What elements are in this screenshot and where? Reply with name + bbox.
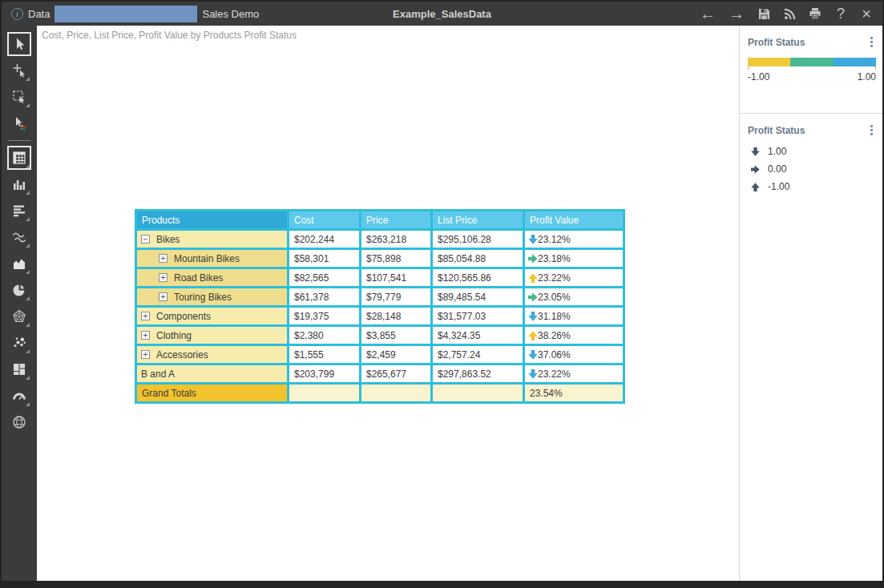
legend-item-label: -1.00	[768, 181, 789, 192]
price-cell[interactable]: $265,677	[361, 365, 430, 382]
area-chart-tool[interactable]	[7, 252, 31, 276]
grand-total-cell[interactable]	[433, 385, 523, 401]
price-cell[interactable]: $2,459	[361, 346, 430, 363]
scatter-chart-tool[interactable]	[7, 331, 31, 355]
profit-value-label: 23.18%	[538, 253, 571, 264]
legend-segment-2	[834, 58, 876, 66]
pivot-grid-tool[interactable]	[7, 146, 31, 170]
cost-cell[interactable]: $61,378	[289, 288, 359, 305]
map-tool[interactable]	[7, 410, 31, 434]
redacted-text	[54, 6, 197, 22]
expand-toggle-icon[interactable]: +	[159, 254, 168, 263]
price-cell[interactable]: $263,218	[361, 231, 430, 248]
treemap-tool[interactable]	[7, 357, 31, 381]
price-cell[interactable]: $79,779	[361, 288, 430, 305]
profit-value-cell[interactable]: 23.18%	[525, 250, 623, 267]
list-price-cell[interactable]: $2,757.24	[433, 346, 523, 363]
grand-total-cell[interactable]	[361, 385, 430, 401]
list-price-cell[interactable]: $4,324.35	[433, 327, 523, 344]
row-header[interactable]: −Bikes	[137, 231, 287, 248]
highlight-select-tool[interactable]	[7, 111, 31, 135]
gauge-tool[interactable]	[7, 384, 31, 408]
feed-icon[interactable]	[783, 8, 796, 20]
list-price-cell[interactable]: $120,565.86	[433, 269, 523, 286]
profit-value-cell[interactable]: 38.26%	[525, 327, 623, 344]
product-label: Components	[156, 311, 211, 322]
cost-cell[interactable]: $82,565	[289, 269, 359, 286]
window-footer	[2, 581, 882, 586]
trend-down-arrow-icon	[528, 235, 538, 244]
profit-value-cell[interactable]: 23.12%	[525, 231, 623, 248]
profit-value-cell[interactable]: 23.05%	[525, 288, 623, 305]
row-header[interactable]: +Accessories	[137, 346, 287, 363]
expand-toggle-icon[interactable]: +	[159, 292, 168, 301]
help-icon[interactable]: ?	[834, 6, 847, 21]
cost-cell[interactable]: $2,380	[289, 327, 359, 344]
close-icon[interactable]: ×	[860, 6, 873, 22]
column-header[interactable]: Profit Value	[525, 211, 623, 228]
price-cell[interactable]: $3,855	[361, 327, 430, 344]
save-icon[interactable]	[757, 8, 770, 20]
forward-icon[interactable]: →	[729, 6, 745, 22]
pie-chart-tool[interactable]	[7, 278, 31, 302]
cost-cell[interactable]: $1,555	[289, 346, 359, 363]
back-icon[interactable]: ←	[700, 6, 716, 22]
select-tool[interactable]	[7, 32, 31, 56]
app-window: i Data Sales Demo Example_SalesData ← → …	[0, 0, 884, 588]
expand-toggle-icon[interactable]: +	[141, 331, 150, 340]
list-price-cell[interactable]: $297,863.52	[433, 365, 523, 382]
row-header[interactable]: B and A	[137, 365, 287, 382]
column-header[interactable]: Price	[361, 211, 430, 228]
column-header[interactable]: List Price	[433, 211, 523, 228]
marquee-select-tool[interactable]	[7, 85, 31, 109]
column-header[interactable]: Products	[137, 211, 287, 228]
profit-value-label: 31.18%	[538, 311, 571, 322]
horizontal-bar-chart-icon	[11, 203, 27, 219]
cost-cell[interactable]: $203,799	[289, 365, 359, 382]
legend-segment-1	[790, 58, 833, 66]
grand-total-header[interactable]: Grand Totals	[137, 385, 287, 401]
trend-down-arrow-icon	[528, 312, 538, 321]
kebab-menu-icon[interactable]	[867, 35, 876, 49]
profit-value-label: 23.22%	[538, 272, 571, 284]
bar-chart-tool[interactable]	[7, 172, 31, 196]
cost-cell[interactable]: $202,244	[289, 231, 359, 248]
collapse-toggle-icon[interactable]: −	[141, 235, 150, 244]
flyout-corner-icon	[26, 296, 30, 300]
profit-value-cell[interactable]: 23.22%	[525, 365, 623, 382]
cost-cell[interactable]: $58,301	[289, 250, 359, 267]
radar-chart-tool[interactable]	[7, 304, 31, 328]
column-header[interactable]: Cost	[289, 211, 359, 228]
list-price-cell[interactable]: $89,485.54	[433, 288, 523, 305]
list-price-cell[interactable]: $85,054.88	[433, 250, 523, 267]
radar-chart-icon	[11, 308, 27, 324]
row-header[interactable]: +Mountain Bikes	[137, 250, 287, 267]
price-cell[interactable]: $107,541	[361, 269, 430, 286]
kebab-menu-icon[interactable]	[867, 123, 876, 137]
row-header[interactable]: +Clothing	[137, 327, 287, 344]
list-price-cell[interactable]: $31,577.03	[433, 308, 523, 324]
grand-total-profit-cell[interactable]: 23.54%	[525, 385, 623, 401]
profit-value-cell[interactable]: 37.06%	[525, 346, 623, 363]
price-cell[interactable]: $28,148	[361, 308, 430, 324]
info-icon[interactable]: i	[11, 8, 23, 20]
line-chart-tool[interactable]	[7, 225, 31, 249]
grand-total-cell[interactable]	[289, 385, 359, 401]
price-cell[interactable]: $75,898	[361, 250, 430, 267]
print-icon[interactable]	[809, 7, 821, 20]
profit-value-cell[interactable]: 23.22%	[525, 269, 623, 286]
expand-toggle-icon[interactable]: +	[141, 312, 150, 320]
expand-toggle-icon[interactable]: +	[159, 273, 168, 282]
flyout-corner-icon	[26, 191, 30, 195]
cost-cell[interactable]: $19,375	[289, 308, 359, 324]
horizontal-bar-chart-tool[interactable]	[7, 199, 31, 223]
zoom-select-tool[interactable]	[7, 58, 31, 83]
list-price-cell[interactable]: $295,106.28	[433, 231, 523, 248]
legend-item: 0.00	[751, 163, 876, 175]
expand-toggle-icon[interactable]: +	[141, 350, 150, 359]
row-header[interactable]: +Components	[137, 308, 287, 324]
row-header[interactable]: +Road Bikes	[137, 269, 287, 286]
profit-value-cell[interactable]: 31.18%	[525, 308, 623, 324]
titlebar-actions: ← → ? ×	[700, 6, 873, 22]
row-header[interactable]: +Touring Bikes	[137, 288, 287, 305]
